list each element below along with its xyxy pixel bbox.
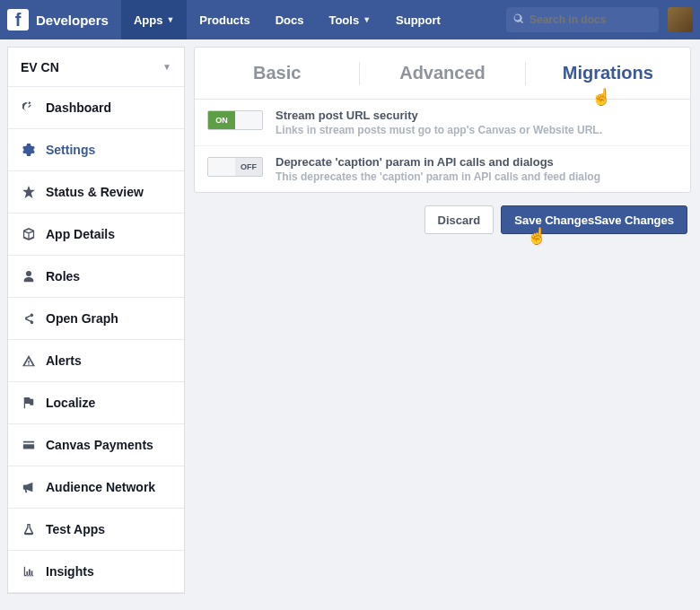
gear-icon: [21, 144, 37, 156]
card-icon: [21, 439, 37, 451]
brand-label[interactable]: Developers: [36, 13, 109, 28]
sidebar-item-label: Roles: [46, 269, 80, 283]
sidebar-item-label: Dashboard: [46, 100, 111, 115]
setting-title: Deprecate 'caption' param in API calls a…: [276, 155, 600, 169]
sidebar-item-audience-network[interactable]: Audience Network: [8, 466, 184, 509]
nav-apps[interactable]: Apps ▼: [121, 0, 187, 39]
cube-icon: [21, 228, 37, 240]
sidebar-item-status-review[interactable]: Status & Review: [8, 171, 184, 214]
caret-down-icon: ▼: [162, 62, 171, 72]
person-icon: [21, 270, 37, 283]
nav-label: Products: [199, 13, 249, 27]
share-icon: [21, 312, 37, 325]
search-box[interactable]: [506, 7, 659, 32]
setting-row: ONStream post URL securityLinks in strea…: [195, 100, 690, 146]
sidebar-item-app-details[interactable]: App Details: [8, 214, 184, 256]
settings-list: ONStream post URL securityLinks in strea…: [195, 100, 690, 192]
sidebar-item-settings[interactable]: Settings: [8, 129, 184, 171]
sidebar-item-label: Test Apps: [46, 522, 105, 536]
tab-migrations[interactable]: Migrations: [526, 63, 690, 83]
facebook-logo[interactable]: f: [7, 9, 29, 30]
sidebar-item-label: Alerts: [46, 353, 82, 368]
setting-text: Stream post URL securityLinks in stream …: [276, 109, 602, 136]
tab-basic[interactable]: Basic: [195, 63, 359, 83]
toggle-off[interactable]: OFF: [207, 157, 263, 177]
sidebar-item-test-apps[interactable]: Test Apps: [8, 509, 184, 551]
flask-icon: [21, 523, 37, 536]
speedometer-icon: [21, 101, 37, 114]
setting-desc: Links in stream posts must go to app's C…: [276, 124, 602, 136]
sidebar-item-label: App Details: [46, 227, 115, 241]
app-name: EV CN: [21, 60, 59, 74]
caret-down-icon: ▼: [166, 15, 174, 24]
cursor-hand-icon: ☝: [527, 226, 547, 246]
nav-label: Tools: [328, 13, 359, 27]
nav-label: Docs: [276, 13, 304, 27]
megaphone-icon: [21, 481, 37, 493]
setting-desc: This deprecates the 'caption' param in A…: [276, 170, 600, 183]
app-selector[interactable]: EV CN ▼: [8, 48, 184, 87]
sidebar-item-open-graph[interactable]: Open Graph: [8, 298, 184, 340]
setting-title: Stream post URL security: [276, 109, 602, 122]
nav-label: Apps: [134, 13, 163, 27]
actions-bar: Discard Save ChangesSave Changes ☝: [194, 193, 691, 234]
toggle-on-label: [208, 158, 235, 176]
sidebar-item-label: Audience Network: [46, 480, 155, 494]
sidebar-item-label: Settings: [46, 143, 95, 157]
sidebar-item-label: Open Graph: [46, 311, 118, 326]
search-icon: [513, 13, 524, 27]
sidebar-item-localize[interactable]: Localize: [8, 382, 184, 424]
nav-docs[interactable]: Docs: [263, 0, 317, 39]
warning-icon: [21, 354, 37, 367]
nav-tools[interactable]: Tools ▼: [316, 0, 383, 39]
toggle-off-label: [235, 111, 262, 129]
flag-icon: [21, 396, 37, 409]
tab-advanced[interactable]: Advanced: [360, 63, 524, 83]
toggle-on[interactable]: ON: [207, 110, 263, 130]
caret-down-icon: ▼: [363, 15, 371, 24]
avatar[interactable]: [668, 7, 693, 32]
sidebar-item-label: Status & Review: [46, 185, 144, 199]
setting-text: Deprecate 'caption' param in API calls a…: [276, 155, 600, 183]
sidebar-item-label: Insights: [46, 564, 94, 579]
star-icon: [21, 186, 37, 198]
nav-support[interactable]: Support: [383, 0, 453, 39]
discard-button[interactable]: Discard: [424, 205, 494, 234]
sidebar-item-label: Localize: [46, 396, 95, 410]
save-button[interactable]: Save ChangesSave Changes ☝: [501, 205, 687, 234]
toggle-on-label: ON: [208, 111, 235, 129]
setting-row: OFFDeprecate 'caption' param in API call…: [195, 146, 690, 192]
sidebar-item-alerts[interactable]: Alerts: [8, 340, 184, 382]
nav-label: Support: [396, 13, 441, 27]
nav-products[interactable]: Products: [187, 0, 262, 39]
tabs: Basic Advanced Migrations ☝: [195, 48, 690, 100]
toggle-off-label: OFF: [235, 158, 262, 176]
chart-icon: [21, 565, 37, 578]
main: Basic Advanced Migrations ☝ ONStream pos…: [185, 39, 700, 601]
sidebar-item-insights[interactable]: Insights: [8, 551, 184, 593]
search-input[interactable]: [529, 13, 652, 26]
sidebar-item-label: Canvas Payments: [46, 438, 153, 452]
sidebar-item-dashboard[interactable]: Dashboard: [8, 87, 184, 129]
sidebar-item-canvas-payments[interactable]: Canvas Payments: [8, 424, 184, 466]
topbar: f Developers Apps ▼ Products Docs Tools …: [0, 0, 700, 39]
sidebar-item-roles[interactable]: Roles: [8, 256, 184, 298]
settings-panel: Basic Advanced Migrations ☝ ONStream pos…: [194, 47, 691, 193]
sidebar: EV CN ▼ DashboardSettingsStatus & Review…: [7, 47, 185, 594]
